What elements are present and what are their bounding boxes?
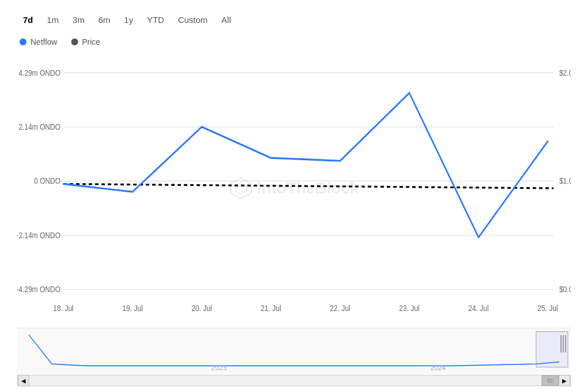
svg-text:2024: 2024 [431, 363, 446, 372]
svg-text:$2.00: $2.00 [559, 68, 571, 78]
netflow-dot [20, 38, 26, 45]
price-label: Price [82, 37, 100, 46]
legend-price: Price [71, 37, 100, 46]
btn-3m[interactable]: 3m [67, 11, 90, 28]
svg-text:-2.14m ONDO: -2.14m ONDO [17, 231, 60, 240]
minimap-handle[interactable] [560, 335, 566, 352]
btn-1m[interactable]: 1m [41, 11, 65, 28]
svg-text:2.14m ONDO: 2.14m ONDO [18, 122, 60, 132]
scroll-left-arrow[interactable]: ◀ [18, 375, 29, 386]
scroll-right-arrow[interactable]: ▶ [559, 375, 570, 386]
main-container: 7d 1m 3m 6m 1y YTD Custom All Netflow Pr… [0, 0, 588, 392]
btn-all[interactable]: All [216, 11, 237, 28]
scroll-thumb-grip [547, 379, 553, 383]
svg-text:-4.29m ONDO: -4.29m ONDO [17, 285, 60, 294]
minimap[interactable]: 2023 2024 [17, 328, 571, 374]
scroll-track[interactable] [29, 375, 559, 386]
netflow-label: Netflow [30, 37, 57, 46]
btn-7d[interactable]: 7d [17, 11, 39, 28]
svg-text:21. Jul: 21. Jul [261, 304, 281, 313]
svg-text:$1.00: $1.00 [559, 176, 571, 186]
btn-custom[interactable]: Custom [172, 11, 214, 28]
btn-1y[interactable]: 1y [118, 11, 139, 28]
legend-netflow: Netflow [20, 37, 57, 46]
time-range-selector: 7d 1m 3m 6m 1y YTD Custom All [17, 11, 571, 28]
minimap-svg: 2023 2024 [17, 328, 571, 374]
main-chart-svg: 4.29m ONDO 2.14m ONDO 0 ONDO -2.14m ONDO… [17, 51, 571, 325]
svg-text:0 ONDO: 0 ONDO [34, 176, 60, 186]
svg-text:24. Jul: 24. Jul [469, 304, 489, 313]
scroll-thumb[interactable] [541, 375, 559, 386]
svg-text:22. Jul: 22. Jul [330, 304, 350, 313]
scrollbar[interactable]: ◀ ▶ [17, 375, 571, 386]
chart-wrapper: IntoTheBlock 4.29m ONDO 2.14m ONDO 0 OND… [17, 51, 571, 386]
price-dot [71, 38, 78, 45]
svg-text:18. Jul: 18. Jul [53, 304, 74, 313]
svg-text:$0.00: $0.00 [559, 285, 571, 294]
chart-main: IntoTheBlock 4.29m ONDO 2.14m ONDO 0 OND… [17, 51, 571, 325]
svg-text:23. Jul: 23. Jul [399, 304, 419, 313]
svg-text:2023: 2023 [211, 363, 227, 372]
svg-rect-24 [17, 328, 571, 374]
btn-6m[interactable]: 6m [92, 11, 116, 28]
svg-text:4.29m ONDO: 4.29m ONDO [18, 68, 60, 78]
svg-text:20. Jul: 20. Jul [192, 304, 212, 313]
chart-legend: Netflow Price [17, 37, 571, 46]
btn-ytd[interactable]: YTD [141, 11, 170, 28]
svg-text:25. Jul: 25. Jul [537, 304, 558, 313]
svg-text:19. Jul: 19. Jul [122, 304, 142, 313]
